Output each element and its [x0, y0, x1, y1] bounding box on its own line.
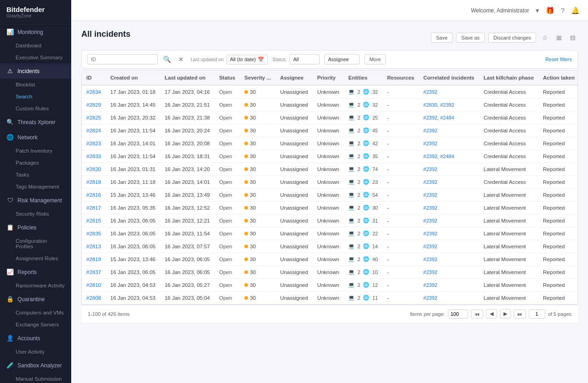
cell-assignee: Unassigned	[276, 253, 313, 266]
sidebar-item-threats-xplorer[interactable]: 🔍 Threats Xplorer	[0, 114, 71, 130]
sidebar-item-risk-management[interactable]: 🛡 Risk Management	[0, 193, 71, 208]
cell-entities: 💻 2 🌐 23	[344, 176, 382, 189]
cell-updated: 17 Jan 2023, 04:16	[160, 85, 214, 98]
filter-more-button[interactable]: More	[364, 54, 386, 64]
filter-id-input[interactable]	[87, 54, 158, 64]
per-page-select[interactable]: 100 50 25	[448, 309, 468, 319]
sidebar-item-sandbox[interactable]: 🧪 Sandbox Analyzer	[0, 358, 71, 373]
cell-priority: Unknown	[312, 150, 344, 163]
incident-link[interactable]: #2823	[86, 141, 101, 146]
filter-id-search-icon[interactable]: 🔍	[161, 55, 173, 64]
cell-id: #2820	[82, 163, 106, 176]
incident-link[interactable]: #2815	[86, 218, 101, 223]
table-row: #2819 15 Jan 2023, 13:46 16 Jan 2023, 06…	[82, 253, 578, 266]
cell-killchain: Lateral Movement	[479, 240, 538, 253]
sidebar-item-accounts[interactable]: 👤 Accounts	[0, 331, 71, 346]
sidebar-item-user-activity[interactable]: User Activity	[0, 346, 71, 358]
col-entities[interactable]: Entities	[344, 71, 382, 85]
save-as-button[interactable]: Save as	[456, 33, 485, 43]
entity-count-b: 14	[372, 244, 378, 249]
discard-button[interactable]: Discard changes	[488, 33, 536, 43]
incident-link[interactable]: #2819	[86, 257, 101, 262]
col-killchain[interactable]: Last killchain phase	[479, 71, 538, 85]
incident-link[interactable]: #2829	[86, 102, 101, 108]
incident-link[interactable]: #2816	[86, 192, 101, 198]
col-correlated[interactable]: Correlated incidents	[419, 71, 479, 85]
sidebar-label-reports: Reports	[17, 269, 37, 275]
incident-link[interactable]: #2820	[86, 166, 101, 172]
filter-date-input[interactable]: All (to date) 📅	[226, 55, 268, 64]
sidebar-item-manual-submission[interactable]: Manual Submission	[0, 373, 71, 383]
table-row: #2823 16 Jan 2023, 14:01 16 Jan 2023, 20…	[82, 137, 578, 150]
filter-more-group: More	[364, 54, 386, 64]
incident-link[interactable]: #2817	[86, 205, 101, 211]
last-page-button[interactable]: ⏭	[514, 309, 526, 319]
incident-link[interactable]: #2818	[86, 179, 101, 185]
filter-assignee-select[interactable]: Assignee	[324, 54, 360, 64]
cell-priority: Unknown	[312, 214, 344, 227]
incident-link[interactable]: #2813	[86, 244, 101, 249]
sidebar-item-tags-management[interactable]: Tags Management	[0, 181, 71, 193]
entity-count-a: 2	[357, 282, 360, 288]
help-icon[interactable]: ?	[561, 6, 565, 14]
sidebar-item-monitoring[interactable]: 📊 Monitoring	[0, 24, 71, 40]
sidebar-item-computers-vms[interactable]: Computers and VMs	[0, 307, 71, 319]
sidebar-item-network[interactable]: 🌐 Network	[0, 130, 71, 145]
prev-page-button[interactable]: ◀	[486, 309, 497, 319]
col-status[interactable]: Status	[215, 71, 240, 85]
sidebar-item-tasks[interactable]: Tasks	[0, 169, 71, 181]
sidebar-item-assignment-rules[interactable]: Assignment Rules	[0, 252, 71, 264]
incident-link[interactable]: #2834	[86, 89, 101, 95]
col-severity[interactable]: Severity ...	[240, 71, 276, 85]
sidebar-item-patch-inventory[interactable]: Patch Inventory	[0, 145, 71, 157]
col-assignee[interactable]: Assignee	[276, 71, 313, 85]
columns-icon[interactable]: ⊟	[568, 33, 578, 42]
filter-status-select[interactable]: All Open Closed	[289, 54, 320, 64]
sidebar-item-quarantine[interactable]: 🔒 Quarantine	[0, 292, 71, 307]
cell-priority: Unknown	[312, 279, 344, 292]
sidebar-item-reports[interactable]: 📈 Reports	[0, 264, 71, 280]
sidebar-item-policies[interactable]: 📋 Policies	[0, 220, 71, 235]
incident-link[interactable]: #2810	[86, 282, 101, 288]
next-page-button[interactable]: ▶	[500, 309, 511, 319]
incident-link[interactable]: #2808	[86, 295, 101, 301]
globe-icon: 🌐	[363, 217, 369, 223]
sidebar-item-ransomware[interactable]: Ransomware Activity	[0, 280, 71, 292]
sidebar-item-config-profiles[interactable]: Configuration Profiles	[0, 235, 71, 252]
sidebar-item-dashboard[interactable]: Dashboard	[0, 40, 71, 51]
page-input[interactable]	[529, 309, 545, 319]
sidebar-item-custom-rules[interactable]: Custom Rules	[0, 103, 71, 114]
star-icon[interactable]: ☆	[540, 33, 550, 42]
incident-link[interactable]: #2833	[86, 154, 101, 159]
save-button[interactable]: Save	[431, 33, 452, 43]
cell-severity: 30	[240, 266, 276, 279]
col-created[interactable]: Created on	[106, 71, 160, 85]
entity-count-a: 2	[357, 89, 360, 95]
cell-resources: -	[383, 137, 419, 150]
reset-filters-button[interactable]: Reset filters	[545, 57, 572, 62]
cell-created: 16 Jan 2023, 11:54	[106, 124, 160, 137]
incident-link[interactable]: #2837	[86, 269, 101, 275]
sidebar-item-search[interactable]: Search	[0, 91, 71, 103]
incident-link[interactable]: #2825	[86, 115, 101, 120]
globe-icon: 🌐	[363, 114, 369, 120]
first-page-button[interactable]: ⏮	[471, 309, 483, 319]
sidebar-item-blocklist[interactable]: Blocklist	[0, 79, 71, 91]
incident-link[interactable]: #2824	[86, 128, 101, 133]
gift-icon[interactable]: 🎁	[546, 6, 554, 15]
col-id[interactable]: ID	[82, 71, 106, 85]
chevron-down-icon[interactable]: ▾	[536, 6, 539, 15]
sidebar-item-incidents[interactable]: ⚠ Incidents	[0, 63, 71, 79]
sidebar-item-exchange-servers[interactable]: Exchange Servers	[0, 319, 71, 331]
filter-icon[interactable]: ⊞	[554, 33, 564, 42]
incident-link[interactable]: #2835	[86, 231, 101, 236]
col-priority[interactable]: Priority	[312, 71, 344, 85]
sidebar-item-executive-summary[interactable]: Executive Summary	[0, 51, 71, 63]
sidebar-item-packages[interactable]: Packages	[0, 157, 71, 169]
col-resources[interactable]: Resources	[383, 71, 419, 85]
col-updated[interactable]: Last updated on	[160, 71, 214, 85]
col-action[interactable]: Action taken	[538, 71, 578, 85]
sidebar-item-security-risks[interactable]: Security Risks	[0, 208, 71, 220]
filter-id-clear-icon[interactable]: ✕	[176, 55, 186, 64]
bell-icon[interactable]: 🔔	[571, 6, 580, 15]
